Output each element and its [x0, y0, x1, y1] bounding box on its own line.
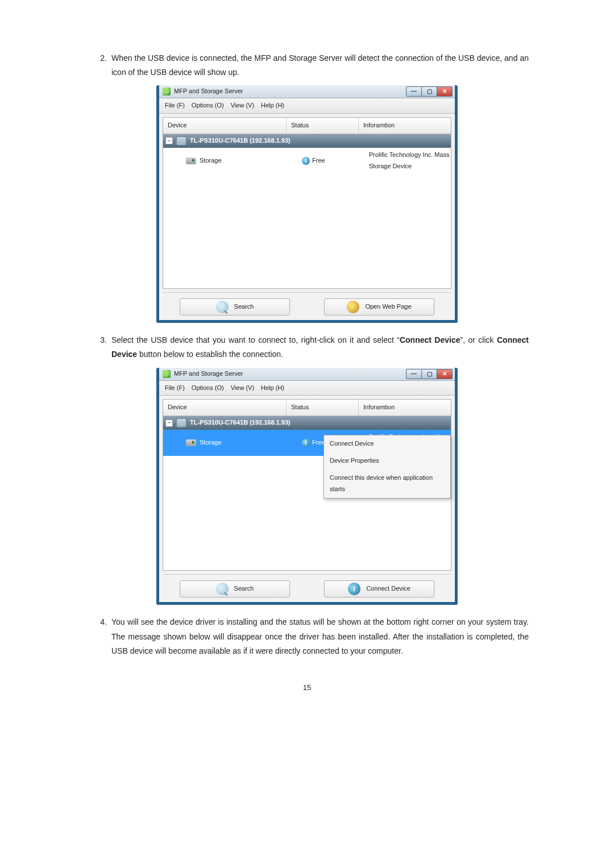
menu-help[interactable]: Help (H): [261, 383, 284, 394]
col-device[interactable]: Device: [163, 400, 287, 416]
step-number: 2.: [85, 51, 111, 80]
close-button[interactable]: ✕: [437, 369, 453, 379]
collapse-icon[interactable]: −: [165, 420, 173, 427]
device-name: Storage: [200, 437, 222, 448]
step-text: Select the USB device that you want to c…: [111, 333, 529, 362]
button-bar: Search i Connect Device: [163, 574, 451, 597]
col-status[interactable]: Status: [287, 400, 359, 416]
client-area: Device Status Inforamtion − TL-PS310U-C7…: [159, 114, 455, 320]
step-text: You will see the device driver is instal…: [111, 615, 529, 658]
connect-device-button[interactable]: i Connect Device: [324, 580, 434, 597]
col-information[interactable]: Inforamtion: [359, 400, 451, 416]
menubar: File (F) Options (O) View (V) Help (H): [159, 381, 455, 396]
server-row[interactable]: − TL-PS310U-C7641B (192.168.1.93): [163, 416, 451, 430]
search-label: Search: [234, 301, 254, 313]
client-area: Device Status Inforamtion − TL-PS310U-C7…: [159, 396, 455, 602]
step-text: When the USB device is connected, the MF…: [111, 51, 529, 80]
search-button[interactable]: Search: [180, 298, 290, 315]
step-number: 4.: [85, 615, 111, 658]
globe-icon: [347, 301, 359, 313]
info-icon: i: [348, 583, 360, 595]
menu-view[interactable]: View (V): [231, 100, 254, 111]
info-icon: i: [302, 157, 310, 165]
info-icon: i: [302, 439, 310, 447]
context-menu: Connect Device Device Properties Connect…: [323, 435, 451, 498]
app-icon: [163, 370, 171, 378]
titlebar: MFP and Storage Server — ▢ ✕: [159, 85, 455, 98]
button-bar: Search Open Web Page: [163, 292, 451, 315]
ctx-autostart-connect[interactable]: Connect this device when application sta…: [324, 470, 450, 498]
col-status[interactable]: Status: [287, 118, 359, 134]
server-icon: [176, 136, 186, 146]
device-row[interactable]: Storage i Free Prolific Technology Inc. …: [163, 148, 451, 174]
ctx-device-properties[interactable]: Device Properties: [324, 452, 450, 470]
server-label: TL-PS310U-C7641B (192.168.1.93): [190, 135, 291, 147]
col-information[interactable]: Inforamtion: [359, 118, 451, 134]
menu-options[interactable]: Options (O): [192, 100, 224, 111]
ctx-connect-device[interactable]: Connect Device: [324, 435, 450, 452]
server-icon: [176, 418, 186, 427]
minimize-button[interactable]: —: [406, 369, 422, 379]
app-icon: [163, 88, 171, 95]
column-headers: Device Status Inforamtion: [163, 400, 451, 416]
menu-file[interactable]: File (F): [165, 100, 185, 111]
col-device[interactable]: Device: [163, 118, 287, 134]
app-window-1: MFP and Storage Server — ▢ ✕ File (F) Op…: [156, 85, 458, 323]
device-info: Prolific Technology Inc. Mass Storage De…: [364, 149, 451, 172]
device-list: Device Status Inforamtion − TL-PS310U-C7…: [163, 117, 451, 289]
menu-file[interactable]: File (F): [165, 383, 185, 394]
server-row[interactable]: − TL-PS310U-C7641B (192.168.1.93): [163, 134, 451, 148]
device-status: Free: [312, 155, 325, 167]
search-button[interactable]: Search: [180, 580, 290, 597]
storage-icon: [186, 157, 196, 164]
menubar: File (F) Options (O) View (V) Help (H): [159, 98, 455, 114]
menu-view[interactable]: View (V): [231, 383, 254, 394]
menu-options[interactable]: Options (O): [192, 383, 224, 394]
server-label: TL-PS310U-C7641B (192.168.1.93): [190, 417, 291, 429]
device-name: Storage: [200, 155, 222, 167]
open-web-page-button[interactable]: Open Web Page: [324, 298, 434, 315]
minimize-button[interactable]: —: [406, 86, 422, 97]
window-title: MFP and Storage Server: [174, 368, 243, 380]
page-number: 15: [85, 681, 529, 694]
search-icon: [216, 301, 229, 313]
open-web-page-label: Open Web Page: [365, 301, 411, 313]
column-headers: Device Status Inforamtion: [163, 118, 451, 134]
step-number: 3.: [85, 333, 111, 362]
titlebar: MFP and Storage Server — ▢ ✕: [159, 368, 455, 381]
search-label: Search: [234, 583, 254, 595]
search-icon: [216, 583, 229, 595]
collapse-icon[interactable]: −: [165, 137, 173, 144]
storage-icon: [186, 439, 196, 446]
maximize-button[interactable]: ▢: [422, 369, 437, 379]
maximize-button[interactable]: ▢: [422, 86, 437, 97]
close-button[interactable]: ✕: [437, 86, 453, 97]
app-window-2: MFP and Storage Server — ▢ ✕ File (F) Op…: [156, 368, 458, 605]
connect-device-label: Connect Device: [366, 583, 410, 595]
device-list: Device Status Inforamtion − TL-PS310U-C7…: [163, 399, 451, 571]
window-title: MFP and Storage Server: [174, 86, 243, 97]
menu-help[interactable]: Help (H): [261, 100, 284, 111]
